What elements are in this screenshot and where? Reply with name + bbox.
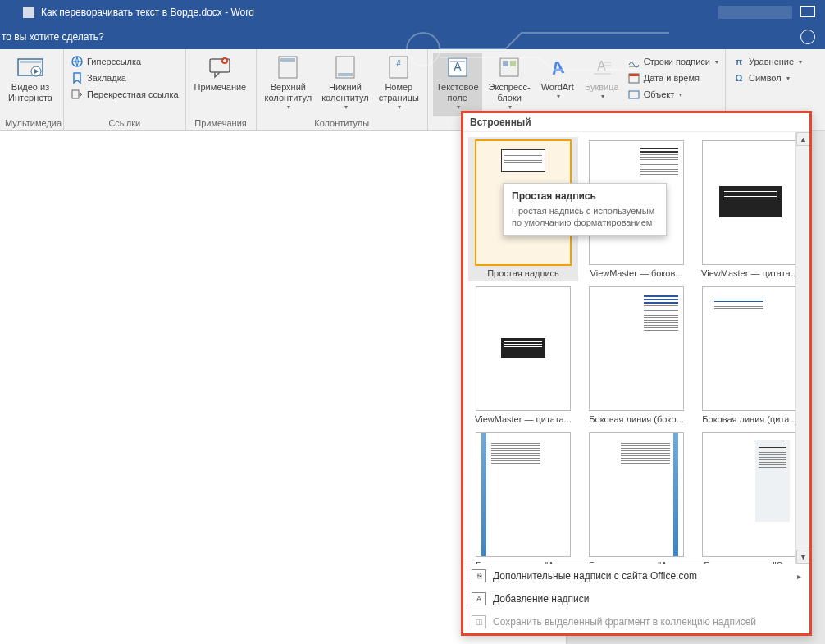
draw-textbox-icon: A xyxy=(472,592,486,605)
gallery-item-label: Боковая панель "Се... xyxy=(701,560,798,564)
gallery-item-label: ViewMaster — боков... xyxy=(588,268,685,278)
footer-button[interactable]: Нижний колонтитул xyxy=(318,53,372,116)
gallery-item-label: Боковая линия (цита... xyxy=(701,414,798,424)
symbol-button[interactable]: ΩСимвол xyxy=(731,71,804,85)
header-button[interactable]: Верхний колонтитул xyxy=(262,53,316,116)
gallery-item[interactable]: Боковая линия (цита... xyxy=(698,286,801,424)
svg-rect-28 xyxy=(629,91,639,98)
page-number-button[interactable]: #Номер страницы xyxy=(376,53,422,116)
header-icon xyxy=(275,54,301,80)
gallery-item-label: Боковая линия (боко... xyxy=(588,414,685,424)
comment-button[interactable]: Примечание xyxy=(191,53,250,116)
group-multimedia: Видео из Интернета Мультимедиа xyxy=(0,49,64,130)
save-selection-icon: ◫ xyxy=(472,615,486,628)
gallery-item[interactable]: ViewMaster — цитата... xyxy=(698,140,801,278)
title-bar: Как переворачивать текст в Ворде.docx - … xyxy=(0,0,825,25)
window-title: Как переворачивать текст в Ворде.docx - … xyxy=(41,7,254,18)
equation-button[interactable]: πУравнение xyxy=(731,54,804,69)
group-header-footer-label: Колонтитулы xyxy=(262,116,422,130)
header-label: Верхний колонтитул xyxy=(265,82,312,103)
gallery-thumb xyxy=(476,432,571,557)
gallery-thumb xyxy=(702,432,797,557)
crossref-label: Перекрестная ссылка xyxy=(87,89,179,99)
symbol-label: Символ xyxy=(749,73,782,83)
comment-icon xyxy=(207,54,233,80)
scroll-up-button[interactable]: ▲ xyxy=(796,132,809,146)
svg-rect-18 xyxy=(503,61,508,66)
equation-label: Уравнение xyxy=(749,57,794,66)
quick-parts-button[interactable]: Экспресс- блоки xyxy=(485,53,534,116)
gallery-footer: ⎘Дополнительные надписи с сайта Office.c… xyxy=(463,564,809,633)
group-comments-label: Примечания xyxy=(191,116,251,130)
date-time-button[interactable]: Дата и время xyxy=(626,71,720,85)
quick-parts-label: Экспресс- блоки xyxy=(489,82,531,103)
svg-rect-5 xyxy=(72,90,79,98)
svg-rect-27 xyxy=(629,74,639,76)
scroll-down-button[interactable]: ▼ xyxy=(796,550,809,564)
gallery-thumb xyxy=(476,286,571,411)
video-icon xyxy=(17,54,43,80)
crossref-button[interactable]: Перекрестная ссылка xyxy=(69,87,180,102)
group-multimedia-label: Мультимедиа xyxy=(5,116,58,130)
gallery-item[interactable]: Боковая панель "Се... xyxy=(698,432,801,564)
gallery-item-label: Боковая панель "Асп... xyxy=(475,560,572,564)
tooltip-title: Простая надпись xyxy=(512,190,658,202)
object-icon xyxy=(627,88,640,101)
hyperlink-icon xyxy=(71,55,84,68)
page-number-icon: # xyxy=(385,54,412,80)
drop-cap-icon: A xyxy=(589,54,615,80)
svg-text:#: # xyxy=(397,59,402,68)
signature-label: Строки подписи xyxy=(644,57,710,66)
signature-icon xyxy=(627,55,640,68)
equation-icon: π xyxy=(732,55,745,68)
tell-me-bar: то вы хотите сделать? xyxy=(0,25,825,49)
window-restore-icon[interactable] xyxy=(800,6,815,17)
gallery-scrollbar[interactable]: ▲ ▼ xyxy=(795,132,809,564)
draw-textbox-label: Добавление надписи xyxy=(493,593,590,605)
svg-rect-11 xyxy=(338,73,353,76)
gallery-item-label: Боковая панель "Асп... xyxy=(588,560,685,564)
quick-parts-icon xyxy=(496,54,522,80)
text-box-label: Текстовое поле xyxy=(436,82,479,103)
user-account-box[interactable] xyxy=(718,6,792,19)
document-icon xyxy=(23,7,34,18)
symbol-icon: Ω xyxy=(732,71,745,84)
online-video-button[interactable]: Видео из Интернета xyxy=(5,53,56,116)
office-icon: ⎘ xyxy=(472,569,486,582)
group-links-label: Ссылки xyxy=(69,116,180,130)
more-office-label: Дополнительные надписи с сайта Office.co… xyxy=(493,570,697,582)
svg-text:A: A xyxy=(549,57,565,79)
text-box-button[interactable]: AТекстовое поле xyxy=(433,53,482,116)
date-time-label: Дата и время xyxy=(644,73,700,83)
wordart-button[interactable]: AWordArt xyxy=(537,53,578,116)
comment-label: Примечание xyxy=(194,82,247,93)
share-icon[interactable] xyxy=(800,30,815,44)
bookmark-label: Закладка xyxy=(87,73,126,83)
gallery-item[interactable]: ViewMaster — цитата... xyxy=(472,286,575,424)
page-number-label: Номер страницы xyxy=(379,82,419,103)
wordart-icon: A xyxy=(545,54,571,80)
hyperlink-button[interactable]: Гиперссылка xyxy=(69,54,180,69)
drop-cap-button[interactable]: AБуквица xyxy=(581,53,622,116)
tooltip-body: Простая надпись с используемым по умолча… xyxy=(512,205,658,229)
signature-line-button[interactable]: Строки подписи xyxy=(626,54,720,69)
bookmark-icon xyxy=(71,71,84,84)
group-header-footer: Верхний колонтитул Нижний колонтитул #Но… xyxy=(257,49,428,130)
draw-textbox-option[interactable]: AДобавление надписи xyxy=(463,587,809,610)
footer-label: Нижний колонтитул xyxy=(321,82,369,103)
text-box-icon: A xyxy=(444,54,471,80)
gallery-item[interactable]: Боковая панель "Асп... xyxy=(472,432,575,564)
gallery-item[interactable]: Боковая панель "Асп... xyxy=(585,432,688,564)
object-label: Объект xyxy=(644,89,674,99)
hyperlink-label: Гиперссылка xyxy=(87,57,141,66)
online-video-label: Видео из Интернета xyxy=(8,82,52,103)
drop-cap-label: Буквица xyxy=(585,82,619,93)
more-from-office-option[interactable]: ⎘Дополнительные надписи с сайта Office.c… xyxy=(463,564,809,587)
gallery-thumb xyxy=(589,432,684,557)
gallery-item[interactable]: Боковая линия (боко... xyxy=(585,286,688,424)
group-comments: Примечание Примечания xyxy=(186,49,257,130)
tell-me-text[interactable]: то вы хотите сделать? xyxy=(2,31,104,43)
object-button[interactable]: Объект xyxy=(626,87,720,102)
bookmark-button[interactable]: Закладка xyxy=(69,71,180,85)
svg-rect-2 xyxy=(20,61,41,63)
